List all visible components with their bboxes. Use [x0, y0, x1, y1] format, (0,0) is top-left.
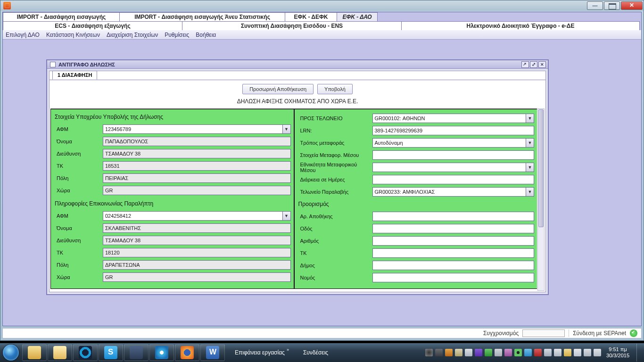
chevron-down-icon[interactable]: ▼	[282, 211, 291, 221]
tray-icon[interactable]	[514, 349, 522, 356]
recv-customs-field[interactable]: GR000233: ΑΜΦΙΛΟΧΙΑΣ	[372, 187, 526, 197]
window-titlebar[interactable]	[0, 0, 644, 11]
city2-field: ΔΡΑΠΕΤΣΩΝΑ	[103, 260, 291, 270]
taskbar-explorer[interactable]	[22, 344, 47, 361]
tray-icon[interactable]	[584, 349, 591, 356]
window-maximize-button[interactable]	[604, 1, 620, 10]
municipality-field[interactable]	[372, 261, 535, 270]
lrn-field[interactable]: 389-1427698299639	[372, 126, 535, 135]
dest-tk-field[interactable]	[372, 248, 535, 258]
internal-title: ΑΝΤΙΓΡΑΦΟ ΔΗΛΩΣΗΣ	[58, 62, 115, 67]
internal-close-button[interactable]	[538, 61, 546, 68]
tab-efk-dao[interactable]: ΕΦΚ - ΔΑΟ	[337, 12, 378, 21]
chevron-down-icon[interactable]: ▼	[526, 138, 534, 148]
label-country2: Χώρα	[54, 274, 101, 280]
toolbar-links[interactable]: Συνδέσεις	[303, 349, 328, 356]
tray-icon[interactable]	[544, 349, 552, 356]
check-icon	[630, 329, 637, 337]
tray-icon[interactable]	[534, 349, 542, 356]
tray-icon[interactable]	[435, 349, 443, 356]
mode-combo[interactable]: Αυτοδύναμη▼	[372, 138, 535, 148]
chevron-right-icon: »	[287, 347, 289, 352]
taskbar-skype[interactable]	[99, 344, 123, 361]
vehinfo-field[interactable]	[372, 150, 535, 160]
tab-import[interactable]: IMPORT - Διασάφηση εισαγωγής	[3, 12, 120, 21]
warehouse-field[interactable]	[372, 212, 535, 221]
afm2-combo[interactable]: 024258412▼	[103, 211, 291, 221]
form-tab-1[interactable]: 1 ΔΙΑΣΑΦΗΣΗ	[52, 71, 97, 80]
form-content: Προσωρινή Αποθήκευση Υποβολή ΔΗΛΩΣΗ ΑΦΙΞ…	[50, 80, 545, 292]
sepa-icon	[130, 346, 143, 359]
skype-icon	[104, 346, 117, 359]
chevron-down-icon[interactable]: ▼	[526, 187, 534, 197]
tray-icon[interactable]	[445, 349, 453, 356]
tab-import-no-stats[interactable]: IMPORT - Διασάφηση εισαγωγής Άνευ Στατισ…	[119, 12, 285, 21]
vertical-scrollbar[interactable]	[537, 108, 545, 291]
menu-help[interactable]: Βοήθεια	[196, 32, 216, 38]
customs-field[interactable]: GR000102: ΑΘΗΝΩΝ	[372, 114, 526, 123]
mode-field[interactable]: Αυτοδύναμη	[372, 138, 526, 148]
tray-icon[interactable]	[425, 349, 433, 356]
taskbar-ie[interactable]	[149, 344, 174, 361]
tray-icon[interactable]	[594, 349, 601, 356]
menu-data[interactable]: Διαχείριση Στοιχείων	[107, 32, 158, 38]
recv-customs-combo[interactable]: GR000233: ΑΜΦΙΛΟΧΙΑΣ▼	[372, 187, 535, 197]
taskbar-ring[interactable]	[73, 344, 98, 361]
tray-icon[interactable]	[574, 349, 581, 356]
tabs-secondary: ECS - Διασάφηση εξαγωγής Συνοπτική Διασά…	[3, 21, 641, 30]
afm-field[interactable]: 123456789	[103, 124, 282, 134]
taskbar-clock[interactable]: 9:51 πμ 30/3/2015	[603, 346, 632, 359]
menu-dao[interactable]: Επιλογή ΔΑΟ	[6, 32, 40, 38]
tray-icon[interactable]	[485, 349, 492, 356]
tab-ede[interactable]: Ηλεκτρονικό Διοικητικό Έγγραφο - e-ΔΕ	[401, 21, 640, 30]
menu-moves[interactable]: Κατάσταση Κινήσεων	[46, 32, 100, 38]
menu-settings[interactable]: Ρυθμίσεις	[165, 32, 189, 38]
chevron-down-icon[interactable]: ▼	[526, 114, 534, 123]
customs-combo[interactable]: GR000102: ΑΘΗΝΩΝ▼	[372, 114, 535, 123]
afm2-field[interactable]: 024258412	[103, 211, 282, 221]
toolbar-desktop[interactable]: Επιφάνεια εργασίας»	[235, 349, 289, 356]
taskbar-firefox[interactable]	[175, 344, 199, 361]
internal-titlebar[interactable]: ΑΝΤΙΓΡΑΦΟ ΔΗΛΩΣΗΣ	[47, 60, 548, 69]
folder-icon	[53, 346, 66, 359]
scrollbar-thumb[interactable]	[538, 109, 544, 227]
label-name: Όνομα	[54, 139, 101, 144]
tray-icon[interactable]	[504, 349, 512, 356]
tab-ens[interactable]: Συνοπτική Διασάφηση Εισόδου - ENS	[182, 21, 402, 30]
tray-icon[interactable]	[495, 349, 502, 356]
tray-icon[interactable]	[455, 349, 462, 356]
tab-efk-defk[interactable]: ΕΦΚ - ΔΕΦΚ	[285, 12, 337, 21]
nationality-field[interactable]	[372, 163, 526, 172]
street-field[interactable]	[372, 224, 535, 233]
word-icon	[206, 346, 219, 359]
taskbar-files[interactable]	[48, 344, 72, 361]
taskbar-word[interactable]	[200, 344, 225, 361]
taskbar-sepa[interactable]	[124, 344, 149, 361]
tab-ecs[interactable]: ECS - Διασάφηση εξαγωγής	[3, 21, 182, 30]
tray-icon[interactable]	[564, 349, 571, 356]
nationality-combo[interactable]: ▼	[372, 163, 535, 172]
label-lrn: LRN:	[297, 128, 371, 133]
internal-detach-button[interactable]	[521, 61, 529, 68]
app-window: IMPORT - Διασάφηση εισαγωγής IMPORT - Δι…	[0, 0, 644, 341]
tray-icon[interactable]	[465, 349, 472, 356]
save-button[interactable]: Προσωρινή Αποθήκευση	[242, 84, 314, 94]
label-afm: ΑΦΜ	[54, 126, 101, 132]
tray-icon[interactable]	[475, 349, 482, 356]
tray-icon[interactable]	[524, 349, 532, 356]
chevron-down-icon[interactable]: ▼	[282, 124, 291, 134]
prefecture-field[interactable]	[372, 273, 535, 282]
start-button[interactable]	[0, 343, 22, 362]
tray-icon[interactable]	[554, 349, 561, 356]
window-minimize-button[interactable]	[587, 1, 603, 10]
submit-button[interactable]: Υποβολή	[317, 84, 353, 94]
internal-maximize-button[interactable]	[530, 61, 537, 68]
chevron-down-icon[interactable]: ▼	[526, 163, 534, 172]
document-icon	[50, 62, 56, 67]
form-scroll-area: Στοιχεία Υποχρέου Υποβολής της Δήλωσης Α…	[50, 108, 537, 291]
show-desktop-button[interactable]	[636, 344, 641, 362]
number-field[interactable]	[372, 236, 535, 246]
afm-combo[interactable]: 123456789▼	[103, 124, 291, 134]
window-close-button[interactable]	[621, 1, 643, 10]
days-field[interactable]	[372, 175, 535, 184]
